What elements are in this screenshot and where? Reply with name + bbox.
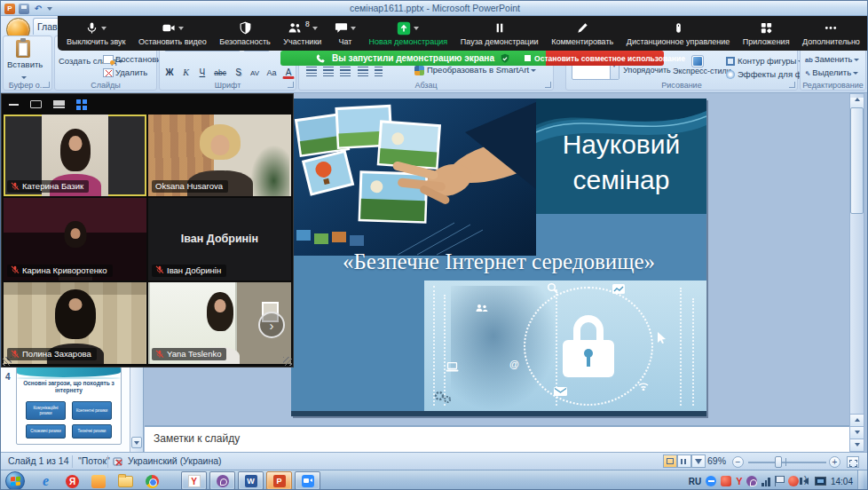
mute-audio-button[interactable]: Выключить звук (65, 20, 128, 46)
shape-outline-button[interactable]: Контур фигуры (726, 56, 803, 66)
zoom-out-button[interactable]: − (732, 456, 744, 468)
viber-taskbar-button[interactable] (209, 471, 235, 490)
select-button[interactable]: ⇖Выделить (805, 67, 858, 77)
language-indicator[interactable]: RU (689, 477, 701, 486)
notes-pane[interactable]: Заметки к слайду (145, 425, 849, 452)
thumbnail-wave-decoration (17, 368, 121, 377)
slide-sorter-button[interactable] (677, 454, 691, 468)
participants-button[interactable]: 8 Участники (281, 20, 323, 46)
minimize-icon[interactable] (9, 104, 19, 106)
change-case-button[interactable]: Aa (265, 66, 279, 79)
volume-icon[interactable] (803, 478, 809, 485)
strikethrough-button[interactable]: abc (212, 66, 228, 79)
network-icon[interactable] (761, 477, 770, 486)
yandex-browser-icon[interactable]: Я (66, 475, 79, 488)
notification-tray-icon[interactable] (788, 476, 799, 486)
taskbar-clock[interactable]: 14:04 (831, 477, 853, 486)
stop-video-button[interactable]: Остановить видео (137, 20, 209, 46)
normal-view-button[interactable] (663, 454, 677, 468)
new-slide-button[interactable]: Создать слайд (59, 56, 103, 67)
security-button[interactable]: Безопасность (217, 20, 272, 46)
replace-button[interactable]: abЗаменить (805, 54, 859, 64)
start-button[interactable] (5, 471, 25, 490)
yandex-tray-icon[interactable]: Y (736, 476, 742, 486)
columns-icon[interactable] (375, 67, 383, 76)
bold-button[interactable]: Ж (163, 65, 176, 78)
zoom-taskbar-button[interactable] (295, 471, 320, 490)
antivirus-tray-icon[interactable] (721, 476, 731, 486)
spellcheck-icon[interactable] (113, 456, 123, 469)
stop-share-button[interactable]: Остановить совместное использование (546, 51, 664, 66)
gallery-view-icon[interactable] (76, 99, 87, 110)
pause-share-button[interactable]: Пауза демонстрации (459, 20, 541, 46)
thumbnails-scroll-down-button[interactable] (131, 437, 142, 448)
chevron-down-icon[interactable] (351, 27, 356, 30)
underline-button[interactable]: Ч (196, 65, 209, 78)
previous-slide-button[interactable] (850, 414, 864, 426)
zoom-slider-track[interactable] (748, 462, 826, 463)
slide-area-scrollbar[interactable] (849, 93, 864, 452)
drawing-dialog-launcher[interactable] (789, 82, 795, 88)
font-dialog-launcher[interactable] (288, 82, 294, 88)
slide-thumbnail[interactable]: Основні загрози, що походять з інтернету… (16, 367, 122, 445)
participant-tile[interactable]: Полина Захарова (4, 282, 146, 364)
new-share-button[interactable]: Новая демонстрация (367, 20, 450, 46)
participant-tile[interactable]: Oksana Husarova (148, 115, 291, 196)
italic-button[interactable]: К (179, 65, 192, 78)
paste-button[interactable]: Вставить (7, 40, 39, 85)
chevron-down-icon[interactable] (178, 27, 184, 30)
delete-slide-button[interactable]: Удалить (103, 67, 147, 77)
apps-button[interactable]: Приложения (741, 20, 792, 46)
stop-icon (525, 55, 531, 61)
zoom-slider-thumb[interactable] (775, 456, 782, 468)
align-right-icon[interactable] (340, 67, 351, 76)
resize-grip[interactable] (283, 357, 292, 366)
powerpoint-icon: P (273, 475, 286, 487)
next-page-button[interactable]: › (258, 312, 285, 338)
justify-icon[interactable] (358, 67, 368, 76)
font-color-button[interactable]: A (282, 67, 295, 79)
viber-tray-icon[interactable] (746, 476, 757, 486)
language-indicator[interactable]: Украинский (Украина) (128, 455, 222, 466)
media-app-icon[interactable] (91, 475, 106, 488)
participants-count-badge: 8 (305, 20, 310, 28)
zoom-in-button[interactable]: + (829, 456, 840, 468)
remote-control-button[interactable]: Дистанционное управление (625, 20, 731, 46)
zoom-tray-icon[interactable] (706, 476, 716, 486)
chevron-down-icon[interactable] (414, 27, 419, 30)
more-button[interactable]: Дополнительно (801, 20, 862, 46)
internet-explorer-icon[interactable]: e (38, 474, 53, 489)
align-left-icon[interactable] (306, 67, 317, 76)
action-center-flag-icon[interactable] (775, 476, 784, 486)
show-desktop-button[interactable] (857, 470, 864, 490)
chevron-down-icon[interactable] (101, 27, 107, 30)
chevron-down-icon[interactable] (312, 27, 318, 30)
zoom-participants-window[interactable]: Катерина Базик Oksana Husarova Карина Кр… (1, 93, 294, 368)
presentation-slide[interactable]: Науковий семінар «Безпечне Інтернет сере… (291, 99, 706, 416)
fit-to-window-button[interactable] (847, 456, 859, 468)
file-explorer-icon[interactable] (118, 476, 133, 487)
char-spacing-button[interactable]: AV (249, 66, 261, 79)
participant-tile-video-off[interactable]: Іван Добринін Іван Добринін (148, 198, 291, 280)
clipboard-dialog-launcher[interactable] (43, 82, 50, 88)
display-icon[interactable] (815, 477, 826, 486)
slideshow-button[interactable] (691, 454, 706, 468)
participant-tile[interactable]: Катерина Базик (4, 115, 146, 196)
paragraph-dialog-launcher[interactable] (545, 82, 551, 88)
annotate-button[interactable]: Комментировать (549, 20, 615, 46)
scroll-down-button[interactable] (850, 439, 864, 451)
shape-outline-icon (726, 57, 735, 66)
yandex-taskbar-button[interactable]: Y (181, 471, 207, 490)
chrome-icon[interactable] (146, 475, 159, 488)
word-taskbar-button[interactable]: W (238, 471, 264, 490)
speaker-view-icon[interactable] (30, 100, 42, 108)
powerpoint-taskbar-button[interactable]: P (266, 471, 292, 490)
chat-button[interactable]: Чат (333, 20, 358, 46)
scrollbar-thumb[interactable] (850, 107, 864, 214)
strip-view-icon[interactable] (53, 100, 65, 108)
participant-tile[interactable]: Карина Криворотенко (4, 198, 146, 280)
next-slide-button[interactable] (850, 426, 864, 439)
shadow-button[interactable]: S (233, 65, 245, 78)
align-center-icon[interactable] (323, 67, 334, 76)
smartart-button[interactable]: Преобразовать в SmartArt (414, 65, 536, 75)
